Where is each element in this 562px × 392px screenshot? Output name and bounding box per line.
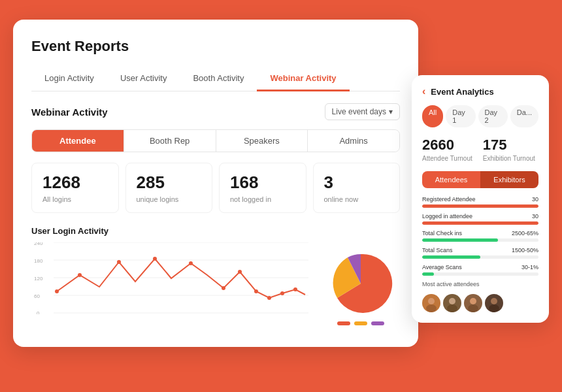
progress-bar-registered <box>422 204 538 208</box>
svg-point-25 <box>428 298 435 304</box>
turnout-row: 2660 Attendee Turnout 175 Exhibition Tur… <box>422 137 538 162</box>
svg-point-31 <box>491 298 497 304</box>
legend-orange <box>337 321 350 325</box>
tab-booth-activity[interactable]: Booth Activity <box>180 67 257 91</box>
filter-booth-rep[interactable]: Booth Rep <box>124 130 216 152</box>
svg-point-18 <box>267 296 271 300</box>
stat-total-checkins: Total Check ins 2500-65% <box>422 230 538 242</box>
stats-row: 1268 All logins 285 unique logins 168 no… <box>31 163 400 213</box>
svg-point-10 <box>55 289 59 293</box>
svg-text:180: 180 <box>34 258 43 264</box>
svg-text:0: 0 <box>37 310 40 314</box>
avatar-3 <box>464 294 482 312</box>
stat-registered-attendee: Registered Attendee 30 <box>422 196 538 208</box>
svg-point-17 <box>254 289 258 293</box>
filter-admins[interactable]: Admins <box>308 130 399 152</box>
svg-text:120: 120 <box>34 276 43 282</box>
line-chart-svg: 240 180 120 60 0 Jul 2 <box>31 242 311 314</box>
pie-legend <box>337 321 384 325</box>
avatar-1 <box>422 294 440 312</box>
svg-text:240: 240 <box>34 242 43 246</box>
stat-total-scans: Total Scans 1500-50% <box>422 247 538 259</box>
legend-yellow <box>354 321 367 325</box>
toggle-exhibitors[interactable]: Exhibitors <box>480 171 538 188</box>
svg-point-30 <box>468 304 478 312</box>
svg-point-28 <box>447 304 457 312</box>
svg-point-27 <box>449 298 455 304</box>
chart-title: User Login Activity <box>31 226 400 236</box>
pie-chart-svg <box>328 251 393 316</box>
svg-point-15 <box>222 286 225 290</box>
most-active-label: Most active attendees <box>422 281 538 287</box>
analytics-header: ‹ Event Analytics <box>422 86 538 97</box>
avatar-2 <box>443 294 461 312</box>
svg-point-16 <box>238 270 242 274</box>
attendee-turnout: 2660 Attendee Turnout <box>422 137 472 162</box>
day-tab-all[interactable]: All <box>422 105 443 127</box>
svg-point-12 <box>117 260 121 264</box>
tab-login-activity[interactable]: Login Activity <box>31 67 107 91</box>
section-header: Webinar Activity Live event days ▾ <box>31 103 400 120</box>
tabs-bar: Login Activity User Activity Booth Activ… <box>31 67 400 91</box>
stat-unique-logins: 285 unique logins <box>125 163 213 213</box>
tab-user-activity[interactable]: User Activity <box>107 67 180 91</box>
chart-area: 240 180 120 60 0 Jul 2 <box>31 242 400 334</box>
legend-purple <box>371 321 384 325</box>
svg-point-19 <box>280 291 284 295</box>
toggle-attendees[interactable]: Attendees <box>422 171 480 188</box>
avatar-4 <box>485 294 503 312</box>
day-tab-2[interactable]: Day 2 <box>478 105 508 127</box>
svg-point-13 <box>153 257 157 261</box>
section-title: Webinar Activity <box>31 106 108 118</box>
live-event-days-dropdown[interactable]: Live event days ▾ <box>325 103 400 120</box>
day-tabs: All Day 1 Day 2 Da... <box>422 105 538 127</box>
svg-point-32 <box>489 304 499 312</box>
stats-list: Registered Attendee 30 Logged in attende… <box>422 196 538 276</box>
stat-not-logged-in: 168 not logged in <box>219 163 306 213</box>
toggle-row: Attendees Exhibitors <box>422 171 538 188</box>
main-card: Event Reports Login Activity User Activi… <box>13 20 418 347</box>
progress-bar-scans <box>422 255 480 259</box>
back-button[interactable]: ‹ <box>422 86 425 97</box>
svg-point-11 <box>78 273 82 277</box>
stat-avg-scans: Average Scans 30-1% <box>422 264 538 276</box>
progress-bar-avg-scans <box>422 272 434 276</box>
card-title: Event Reports <box>31 38 400 55</box>
svg-text:60: 60 <box>34 293 40 299</box>
day-tab-1[interactable]: Day 1 <box>446 105 475 127</box>
tab-webinar-activity[interactable]: Webinar Activity <box>257 67 349 91</box>
svg-point-14 <box>189 261 193 265</box>
svg-point-26 <box>426 304 437 312</box>
stat-online-now: 3 online now <box>313 163 401 213</box>
filter-speakers[interactable]: Speakers <box>216 130 308 152</box>
svg-point-20 <box>293 287 297 291</box>
analytics-title: Event Analytics <box>431 87 493 97</box>
analytics-card: ‹ Event Analytics All Day 1 Day 2 Da... … <box>412 75 549 323</box>
svg-point-29 <box>470 298 476 304</box>
stat-all-logins: 1268 All logins <box>31 163 119 213</box>
avatars-row <box>422 294 538 312</box>
stat-logged-in: Logged in attendee 30 <box>422 213 538 225</box>
pie-chart <box>322 242 400 334</box>
filter-attendee[interactable]: Attendee <box>32 130 124 152</box>
progress-bar-checkins <box>422 238 498 242</box>
line-chart: 240 180 120 60 0 Jul 2 <box>31 242 311 334</box>
filter-row: Attendee Booth Rep Speakers Admins <box>31 129 400 152</box>
progress-bar-logged-in <box>422 221 538 225</box>
chevron-down-icon: ▾ <box>389 107 393 116</box>
exhibition-turnout: 175 Exhibition Turnout <box>483 137 535 162</box>
day-tab-3[interactable]: Da... <box>510 105 538 127</box>
